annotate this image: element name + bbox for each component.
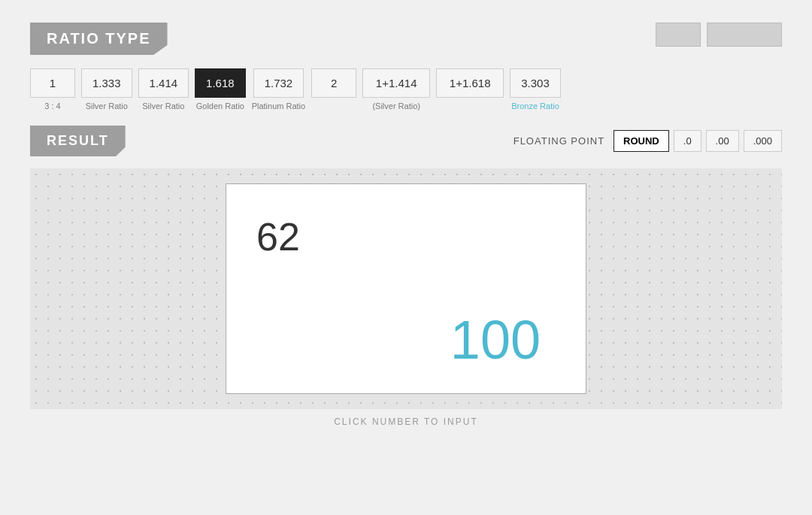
top-bar: RATIO TYPE: [30, 23, 782, 55]
result-label: RESULT: [30, 126, 126, 156]
ratio-btn-r2[interactable]: 1.333: [81, 68, 132, 98]
ratio-label-r7: (Silver Ratio): [372, 101, 420, 111]
ratio-btn-r3[interactable]: 1.414: [138, 68, 189, 98]
top-right-controls: [656, 23, 782, 47]
result-large-number[interactable]: 100: [450, 309, 541, 371]
ratio-label-r2: Silver Ratio: [86, 101, 128, 111]
ratio-btn-r4[interactable]: 1.618: [195, 68, 246, 98]
click-hint: CLICK NUMBER TO INPUT: [30, 417, 782, 427]
ratio-label-r1: 3 : 4: [44, 101, 60, 111]
ratio-btn-r9[interactable]: 3.303: [510, 68, 561, 98]
ratio-label-r5: Platinum Ratio: [252, 101, 306, 111]
ratio-btn-wrap-r3: 1.414Silver Ratio: [138, 68, 189, 111]
result-header: RESULT FLOATING POINT ROUND .0 .00 .000: [30, 126, 782, 156]
top-right-box-small: [656, 23, 701, 47]
ratio-btn-wrap-r5: 1.732Platinum Ratio: [252, 68, 306, 111]
ratio-btn-wrap-r6: 2: [311, 68, 356, 98]
ratio-label-r3: Silver Ratio: [142, 101, 184, 111]
ratio-btn-r5[interactable]: 1.732: [253, 68, 304, 98]
fp-btn-2[interactable]: .00: [706, 130, 739, 152]
ratio-btn-wrap-r7: 1+1.414(Silver Ratio): [362, 68, 430, 111]
ratio-btn-r7[interactable]: 1+1.414: [362, 68, 430, 98]
result-canvas: 62 100: [30, 168, 782, 409]
fp-btn-3[interactable]: .000: [744, 130, 782, 152]
floating-point-controls: FLOATING POINT ROUND .0 .00 .000: [514, 130, 782, 152]
ratio-btn-wrap-r4: 1.618Golden Ratio: [195, 68, 246, 111]
ratio-label-r9: Bronze Ratio: [511, 101, 559, 111]
ratio-btn-r1[interactable]: 1: [30, 68, 75, 98]
result-section: RESULT FLOATING POINT ROUND .0 .00 .000 …: [30, 126, 782, 427]
ratio-btn-r8[interactable]: 1+1.618: [436, 68, 504, 98]
floating-point-prefix: FLOATING POINT: [514, 135, 604, 147]
result-inner-box[interactable]: 62 100: [226, 183, 586, 394]
result-small-number[interactable]: 62: [256, 214, 300, 259]
ratio-btn-wrap-r9: 3.303Bronze Ratio: [510, 68, 561, 111]
ratio-btn-wrap-r2: 1.333Silver Ratio: [81, 68, 132, 111]
fp-btn-1[interactable]: .0: [674, 130, 701, 152]
ratio-buttons-row: 13 : 41.333Silver Ratio1.414Silver Ratio…: [30, 68, 782, 111]
ratio-btn-wrap-r8: 1+1.618: [436, 68, 504, 98]
fp-btn-round[interactable]: ROUND: [614, 130, 669, 152]
top-right-box-medium: [707, 23, 782, 47]
ratio-btn-wrap-r1: 13 : 4: [30, 68, 75, 111]
ratio-btn-r6[interactable]: 2: [311, 68, 356, 98]
ratio-type-label: RATIO TYPE: [30, 23, 168, 55]
ratio-label-r4: Golden Ratio: [196, 101, 244, 111]
